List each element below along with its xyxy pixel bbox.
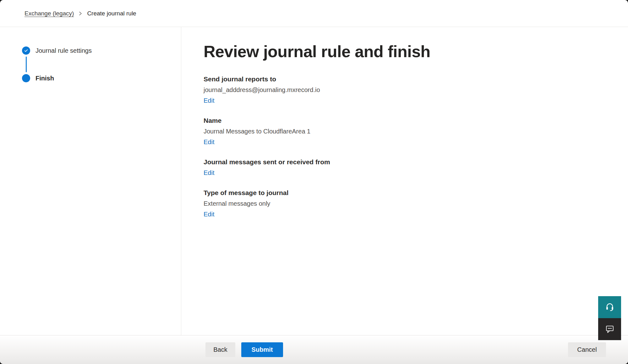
breadcrumb-current-page: Create journal rule xyxy=(87,10,136,17)
wizard-step-journal-rule-settings[interactable]: Journal rule settings xyxy=(22,46,181,55)
content-row: Journal rule settings Finish Review jour… xyxy=(0,27,628,335)
edit-link[interactable]: Edit xyxy=(204,137,214,147)
chat-bubble-icon xyxy=(605,324,614,334)
section-value: External messages only xyxy=(204,198,615,209)
submit-button[interactable]: Submit xyxy=(241,342,283,357)
exchange-admin-window: Exchange (legacy) Create journal rule Jo… xyxy=(0,0,628,364)
review-pane: Review journal rule and finish Send jour… xyxy=(181,27,628,335)
section-value: journal_adddress@journaling.mxrecord.io xyxy=(204,84,615,95)
section-label: Type of message to journal xyxy=(204,187,615,198)
section-label: Name xyxy=(204,115,615,126)
edit-link[interactable]: Edit xyxy=(204,167,214,178)
wizard-step-finish: Finish xyxy=(22,74,181,82)
wizard-steps-panel: Journal rule settings Finish xyxy=(0,27,181,335)
cancel-button[interactable]: Cancel xyxy=(568,342,606,357)
step-current-dot-icon xyxy=(22,74,30,82)
section-label: Journal messages sent or received from xyxy=(204,157,615,167)
back-button[interactable]: Back xyxy=(205,342,235,357)
wizard-step-label: Finish xyxy=(35,75,54,82)
feedback-button[interactable] xyxy=(598,318,621,340)
wizard-step-label: Journal rule settings xyxy=(35,47,92,54)
review-sections: Send journal reports to journal_adddress… xyxy=(204,74,615,220)
page-title: Review journal rule and finish xyxy=(204,42,615,61)
floating-button-stack xyxy=(598,296,621,340)
headset-icon xyxy=(605,302,615,313)
review-section: Name Journal Messages to CloudflareArea … xyxy=(204,115,615,147)
edit-link[interactable]: Edit xyxy=(204,209,214,220)
breadcrumb-link-exchange-legacy[interactable]: Exchange (legacy) xyxy=(25,10,74,17)
help-button[interactable] xyxy=(598,296,621,318)
step-completed-check-icon xyxy=(22,46,30,55)
review-section: Send journal reports to journal_adddress… xyxy=(204,74,615,106)
section-label: Send journal reports to xyxy=(204,74,615,84)
breadcrumb: Exchange (legacy) Create journal rule xyxy=(0,0,628,27)
footer-action-bar: Back Submit Cancel xyxy=(0,335,628,364)
step-connector-line xyxy=(26,57,27,72)
edit-link[interactable]: Edit xyxy=(204,95,214,106)
review-section: Type of message to journal External mess… xyxy=(204,187,615,220)
section-value: Journal Messages to CloudflareArea 1 xyxy=(204,126,615,137)
chevron-right-icon xyxy=(78,11,83,16)
review-section: Journal messages sent or received from E… xyxy=(204,157,615,178)
